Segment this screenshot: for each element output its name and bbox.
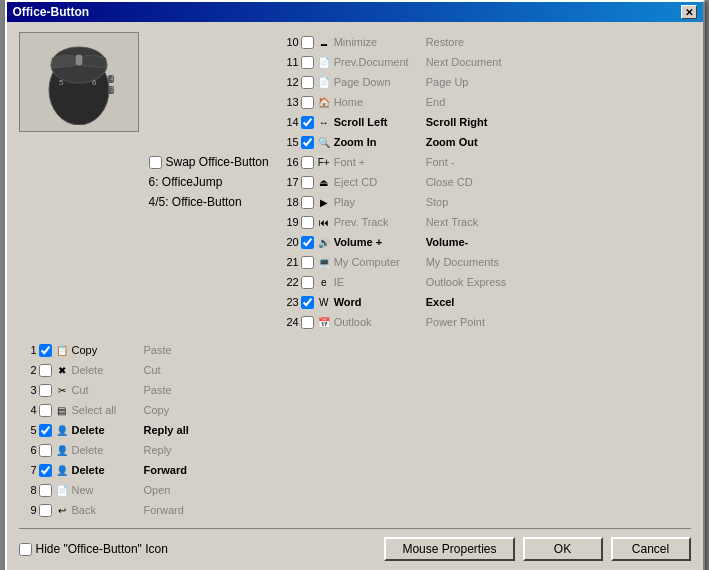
row-checkbox[interactable] — [39, 464, 52, 477]
row-action: Prev. Track — [334, 216, 424, 228]
row-action: Play — [334, 196, 424, 208]
list-item: 11 📄 Prev.Document Next Document — [279, 52, 691, 72]
list-item: 24 📅 Outlook Power Point — [279, 312, 691, 332]
label45: 4/5: Office-Button — [149, 195, 269, 209]
row-checkbox[interactable] — [39, 504, 52, 517]
row-secondary: Paste — [144, 384, 172, 396]
row-action: Outlook — [334, 316, 424, 328]
row-checkbox[interactable] — [39, 344, 52, 357]
row-secondary: Outlook Express — [426, 276, 507, 288]
list-item: 22 e IE Outlook Express — [279, 272, 691, 292]
row-icon: ⏏ — [316, 174, 332, 190]
hide-check-row: Hide "Office-Button" Icon — [19, 542, 168, 556]
row-number: 2 — [19, 364, 37, 376]
row-icon: 🔍 — [316, 134, 332, 150]
row-number: 19 — [279, 216, 299, 228]
row-secondary: Restore — [426, 36, 465, 48]
left-list: 1 📋 Copy Paste 2 ✖ Delete Cut 3 ✂ Cut Pa… — [19, 340, 299, 520]
row-number: 24 — [279, 316, 299, 328]
row-secondary: Next Track — [426, 216, 479, 228]
svg-text:5: 5 — [59, 78, 64, 87]
list-item: 6 👤 Delete Reply — [19, 440, 299, 460]
list-item: 2 ✖ Delete Cut — [19, 360, 299, 380]
row-number: 20 — [279, 236, 299, 248]
row-checkbox[interactable] — [301, 156, 314, 169]
row-icon: ✖ — [54, 362, 70, 378]
row-icon: 📅 — [316, 314, 332, 330]
row-checkbox[interactable] — [301, 256, 314, 269]
row-checkbox[interactable] — [301, 176, 314, 189]
row-checkbox[interactable] — [301, 136, 314, 149]
mouse-properties-button[interactable]: Mouse Properties — [384, 537, 514, 561]
row-checkbox[interactable] — [39, 364, 52, 377]
office-button-dialog: Office-Button ✕ — [5, 0, 705, 570]
row-icon: ↩ — [54, 502, 70, 518]
row-action: Word — [334, 296, 424, 308]
ok-button[interactable]: OK — [523, 537, 603, 561]
row-secondary: Forward — [144, 504, 184, 516]
row-number: 11 — [279, 56, 299, 68]
row-checkbox[interactable] — [301, 216, 314, 229]
row-checkbox[interactable] — [39, 384, 52, 397]
row-checkbox[interactable] — [39, 424, 52, 437]
row-checkbox[interactable] — [301, 276, 314, 289]
dialog-content: 5 6 4 3 Swap Office-Button 6: OfficeJump… — [7, 22, 703, 570]
row-secondary: Forward — [144, 464, 187, 476]
row-checkbox[interactable] — [301, 36, 314, 49]
bottom-buttons: Mouse Properties OK Cancel — [384, 537, 690, 561]
row-icon: 📄 — [316, 54, 332, 70]
mouse-image: 5 6 4 3 — [19, 32, 139, 132]
row-icon: F+ — [316, 154, 332, 170]
row-number: 9 — [19, 504, 37, 516]
svg-text:3: 3 — [110, 86, 114, 93]
row-checkbox[interactable] — [301, 116, 314, 129]
row-checkbox[interactable] — [301, 196, 314, 209]
title-bar: Office-Button ✕ — [7, 2, 703, 22]
row-number: 16 — [279, 156, 299, 168]
list-item: 12 📄 Page Down Page Up — [279, 72, 691, 92]
row-checkbox[interactable] — [301, 316, 314, 329]
svg-text:6: 6 — [92, 78, 97, 87]
row-checkbox[interactable] — [301, 96, 314, 109]
row-secondary: Volume- — [426, 236, 469, 248]
close-button[interactable]: ✕ — [681, 5, 697, 19]
hide-icon-checkbox[interactable] — [19, 543, 32, 556]
cancel-button[interactable]: Cancel — [611, 537, 691, 561]
row-action: Delete — [72, 424, 142, 436]
row-action: Back — [72, 504, 142, 516]
row-number: 18 — [279, 196, 299, 208]
row-checkbox[interactable] — [39, 404, 52, 417]
row-number: 8 — [19, 484, 37, 496]
swap-checkbox[interactable] — [149, 156, 162, 169]
row-secondary: Page Up — [426, 76, 469, 88]
row-number: 10 — [279, 36, 299, 48]
row-action: Home — [334, 96, 424, 108]
row-checkbox[interactable] — [301, 76, 314, 89]
list-item: 19 ⏮ Prev. Track Next Track — [279, 212, 691, 232]
row-secondary: Reply all — [144, 424, 189, 436]
list-item: 15 🔍 Zoom In Zoom Out — [279, 132, 691, 152]
main-lists: 1 📋 Copy Paste 2 ✖ Delete Cut 3 ✂ Cut Pa… — [19, 340, 691, 520]
row-secondary: Power Point — [426, 316, 485, 328]
row-action: Cut — [72, 384, 142, 396]
row-action: Font + — [334, 156, 424, 168]
row-icon: ▶ — [316, 194, 332, 210]
row-checkbox[interactable] — [301, 296, 314, 309]
row-secondary: Paste — [144, 344, 172, 356]
list-item: 17 ⏏ Eject CD Close CD — [279, 172, 691, 192]
row-number: 12 — [279, 76, 299, 88]
row-number: 14 — [279, 116, 299, 128]
row-checkbox[interactable] — [39, 484, 52, 497]
row-checkbox[interactable] — [301, 236, 314, 249]
row-action: New — [72, 484, 142, 496]
list-item: 4 ▤ Select all Copy — [19, 400, 299, 420]
row-number: 15 — [279, 136, 299, 148]
row-action: Minimize — [334, 36, 424, 48]
row-number: 3 — [19, 384, 37, 396]
list-item: 1 📋 Copy Paste — [19, 340, 299, 360]
row-checkbox[interactable] — [301, 56, 314, 69]
row-checkbox[interactable] — [39, 444, 52, 457]
row-action: IE — [334, 276, 424, 288]
row-secondary: Font - — [426, 156, 455, 168]
row-icon: 🔊 — [316, 234, 332, 250]
